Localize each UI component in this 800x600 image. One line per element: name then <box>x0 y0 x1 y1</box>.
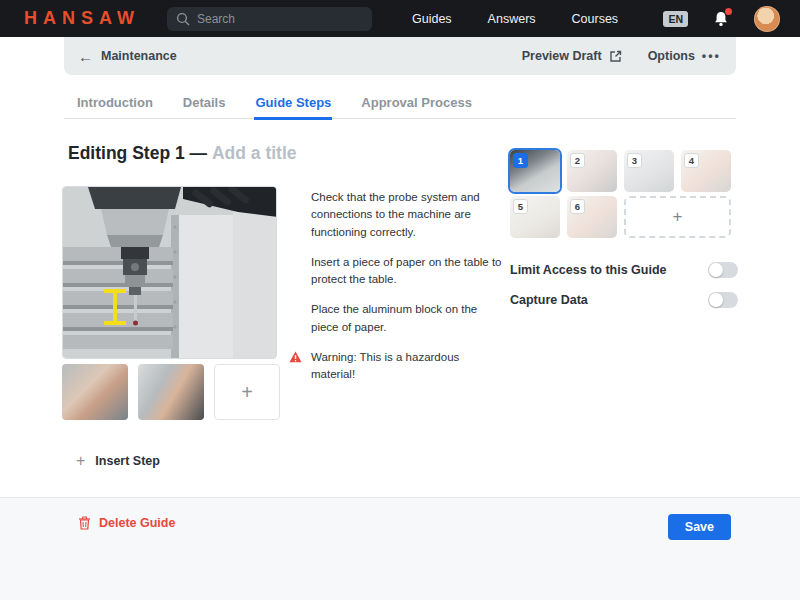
top-navigation-bar: HANSAW Guides Answers Courses EN <box>0 0 800 37</box>
step-tile-6[interactable]: 6 <box>567 196 617 238</box>
instruction-text: Check that the probe system and connecti… <box>311 189 503 241</box>
language-badge[interactable]: EN <box>663 11 688 27</box>
step-heading: Editing Step 1 — Add a title <box>68 143 297 164</box>
step-heading-prefix: Editing Step 1 — <box>68 143 207 163</box>
step-number-badge: 6 <box>570 199 585 214</box>
breadcrumb: Maintenance <box>101 49 177 63</box>
insert-step-button[interactable]: + Insert Step <box>76 452 160 470</box>
media-thumbnail-1[interactable] <box>62 364 128 420</box>
add-step-tile[interactable]: + <box>624 196 731 238</box>
step-number-badge: 3 <box>627 153 642 168</box>
insert-step-label: Insert Step <box>95 454 160 468</box>
step-instructions: Check that the probe system and connecti… <box>289 189 503 396</box>
nav-answers[interactable]: Answers <box>488 12 536 26</box>
tab-details[interactable]: Details <box>182 95 227 118</box>
capture-data-toggle[interactable] <box>708 292 738 308</box>
step-number-badge: 4 <box>684 153 699 168</box>
limit-access-toggle[interactable] <box>708 262 738 278</box>
options-button[interactable]: Options ••• <box>648 49 721 63</box>
instruction-line-warning[interactable]: Warning: This is a hazardous material! <box>289 349 503 384</box>
tab-guide-steps[interactable]: Guide Steps <box>254 95 332 120</box>
instruction-line[interactable]: Place the aluminum block on the piece of… <box>289 301 503 336</box>
instruction-line[interactable]: Insert a piece of paper on the table to … <box>289 254 503 289</box>
preview-draft-label: Preview Draft <box>522 49 602 63</box>
step-tile-1[interactable]: 1 <box>510 150 560 192</box>
limit-access-row: Limit Access to this Guide <box>510 255 738 285</box>
search-input[interactable] <box>167 7 372 31</box>
step-tile-3[interactable]: 3 <box>624 150 674 192</box>
user-avatar[interactable] <box>754 6 780 32</box>
step-media-thumbnails: + <box>62 364 280 420</box>
options-label: Options <box>648 49 695 63</box>
step-tile-5[interactable]: 5 <box>510 196 560 238</box>
external-link-icon <box>609 50 622 63</box>
instruction-line[interactable]: Check that the probe system and connecti… <box>289 189 503 241</box>
back-to-maintenance[interactable]: ← Maintenance <box>78 48 177 65</box>
plus-icon: + <box>76 452 85 470</box>
footer-bar: Delete Guide Save <box>0 497 800 600</box>
ellipsis-icon: ••• <box>702 49 721 63</box>
step-number-badge: 2 <box>570 153 585 168</box>
step-tile-4[interactable]: 4 <box>681 150 731 192</box>
notification-dot <box>725 8 732 15</box>
media-thumbnail-2[interactable] <box>138 364 204 420</box>
nav-guides[interactable]: Guides <box>412 12 452 26</box>
step-title-placeholder[interactable]: Add a title <box>212 143 297 163</box>
trash-icon <box>78 516 91 530</box>
delete-guide-label: Delete Guide <box>99 516 175 530</box>
guide-settings: Limit Access to this Guide Capture Data <box>510 255 738 315</box>
tab-introduction[interactable]: Introduction <box>76 95 154 118</box>
search-icon <box>176 12 190 26</box>
preview-draft-button[interactable]: Preview Draft <box>522 49 622 63</box>
warning-icon <box>289 351 302 363</box>
back-arrow-icon: ← <box>78 48 93 65</box>
tab-approval-process[interactable]: Approval Process <box>360 95 473 118</box>
capture-data-row: Capture Data <box>510 285 738 315</box>
notifications-bell-icon[interactable] <box>712 10 730 28</box>
capture-data-label: Capture Data <box>510 293 588 307</box>
guide-toolbar: ← Maintenance Preview Draft Options ••• <box>64 37 736 75</box>
step-tile-2[interactable]: 2 <box>567 150 617 192</box>
step-main-image[interactable] <box>62 186 277 359</box>
primary-nav: Guides Answers Courses <box>412 12 618 26</box>
step-number-badge: 5 <box>513 199 528 214</box>
limit-access-label: Limit Access to this Guide <box>510 263 667 277</box>
instruction-text: Insert a piece of paper on the table to … <box>311 254 503 289</box>
brand-logo[interactable]: HANSAW <box>24 8 140 29</box>
instruction-text: Place the aluminum block on the piece of… <box>311 301 503 336</box>
machine-probe-photo <box>63 187 277 359</box>
step-number-badge: 1 <box>513 153 528 168</box>
warning-text: Warning: This is a hazardous material! <box>311 349 503 384</box>
step-thumbnail-grid: 1 2 3 4 5 6 + <box>510 150 738 238</box>
save-button[interactable]: Save <box>668 514 731 540</box>
delete-guide-button[interactable]: Delete Guide <box>78 516 175 530</box>
guide-tabs: Introduction Details Guide Steps Approva… <box>64 95 736 119</box>
nav-courses[interactable]: Courses <box>572 12 619 26</box>
add-media-button[interactable]: + <box>214 364 280 420</box>
